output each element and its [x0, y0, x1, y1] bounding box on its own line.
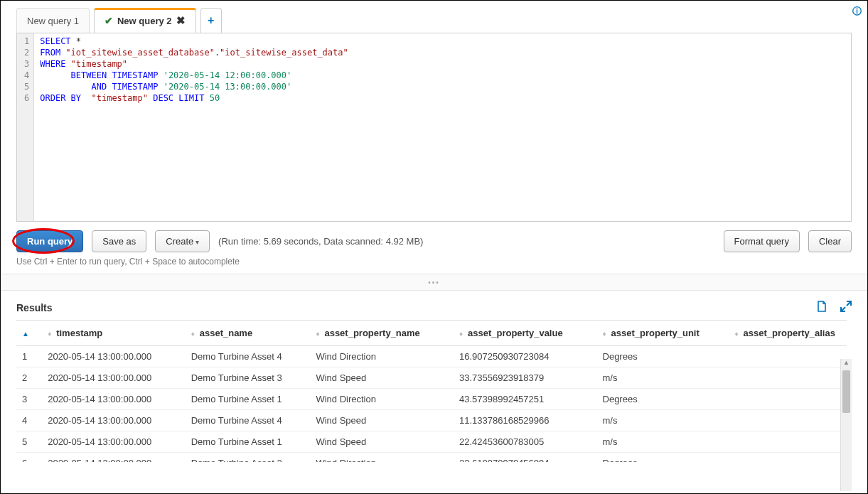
close-icon[interactable]: ✖ — [176, 14, 186, 27]
sql-editor[interactable]: 1 2 3 4 5 6 SELECT * FROM "iot_sitewise_… — [16, 33, 852, 222]
run-info-text: (Run time: 5.69 seconds, Data scanned: 4… — [218, 236, 423, 247]
check-icon: ✔ — [105, 15, 113, 26]
table-row[interactable]: 12020-05-14 13:00:00.000Demo Turbine Ass… — [16, 346, 847, 367]
run-query-button[interactable]: Run query — [16, 230, 83, 252]
expand-icon[interactable] — [840, 301, 852, 314]
results-table: ▲ ♦timestamp ♦asset_name ♦asset_property… — [16, 320, 847, 462]
tab-label: New query 2 — [117, 16, 172, 26]
scroll-up-icon[interactable]: ▲ — [841, 359, 852, 369]
table-row[interactable]: 52020-05-14 13:00:00.000Demo Turbine Ass… — [16, 431, 847, 453]
table-row[interactable]: 22020-05-14 13:00:00.000Demo Turbine Ass… — [16, 367, 847, 389]
keyboard-hint: Use Ctrl + Enter to run query, Ctrl + Sp… — [1, 257, 867, 274]
clear-button[interactable]: Clear — [808, 230, 852, 252]
tab-label: New query 1 — [27, 16, 79, 26]
create-button[interactable]: Create — [155, 230, 210, 252]
toolbar: Run query Save as Create (Run time: 5.69… — [1, 222, 867, 257]
tab-query-2[interactable]: ✔ New query 2 ✖ — [94, 8, 196, 33]
table-row[interactable]: 32020-05-14 13:00:00.000Demo Turbine Ass… — [16, 389, 847, 410]
col-timestamp[interactable]: ♦timestamp — [42, 321, 186, 346]
dots-icon: ••• — [428, 279, 440, 286]
results-header: Results — [1, 291, 867, 320]
save-as-button[interactable]: Save as — [92, 230, 146, 252]
col-asset-property-unit[interactable]: ♦asset_property_unit — [597, 321, 729, 346]
results-scrollbar[interactable]: ▲ — [840, 359, 852, 491]
results-table-container: ▲ ♦timestamp ♦asset_name ♦asset_property… — [16, 320, 867, 462]
col-index[interactable]: ▲ — [16, 321, 42, 346]
results-title: Results — [16, 302, 816, 313]
table-row[interactable]: 62020-05-14 13:00:00.000Demo Turbine Ass… — [16, 453, 847, 463]
tab-query-1[interactable]: New query 1 — [16, 8, 90, 33]
splitter-handle[interactable]: ••• — [1, 274, 867, 291]
download-icon[interactable] — [816, 301, 827, 314]
line-gutter: 1 2 3 4 5 6 — [17, 33, 34, 221]
col-asset-property-name[interactable]: ♦asset_property_name — [310, 321, 454, 346]
query-tabs: New query 1 ✔ New query 2 ✖ + — [1, 1, 867, 33]
col-asset-name[interactable]: ♦asset_name — [186, 321, 311, 346]
code-area[interactable]: SELECT * FROM "iot_sitewise_asset_databa… — [34, 33, 354, 221]
col-asset-property-value[interactable]: ♦asset_property_value — [454, 321, 597, 346]
format-query-button[interactable]: Format query — [724, 230, 800, 252]
table-row[interactable]: 42020-05-14 13:00:00.000Demo Turbine Ass… — [16, 410, 847, 431]
col-asset-property-alias[interactable]: ♦asset_property_alias — [729, 321, 847, 346]
add-tab-button[interactable]: + — [200, 8, 222, 33]
scroll-thumb[interactable] — [842, 370, 850, 413]
info-icon[interactable]: ⓘ — [852, 5, 862, 18]
